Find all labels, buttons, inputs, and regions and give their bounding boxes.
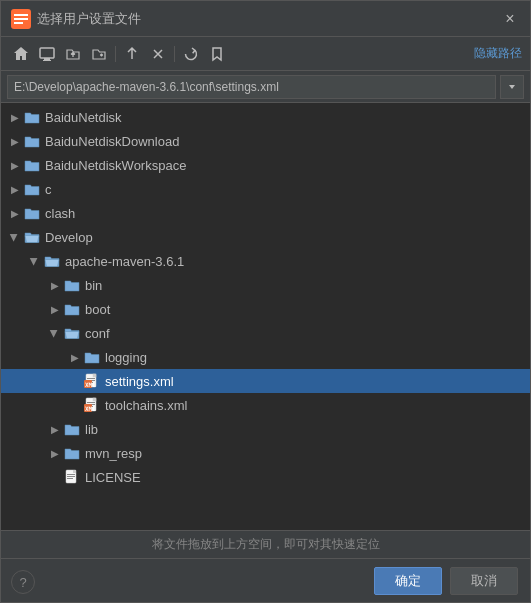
- chevron-icon: ▶: [27, 254, 43, 270]
- chevron-icon: ▶: [47, 301, 63, 317]
- dialog: 选择用户设置文件 ×: [0, 0, 531, 603]
- tree-item[interactable]: ▶ boot: [1, 297, 530, 321]
- move-up-button[interactable]: [120, 42, 144, 66]
- close-button[interactable]: ×: [500, 9, 520, 29]
- tree-item[interactable]: ▶ BaiduNetdisk: [1, 105, 530, 129]
- svg-rect-25: [67, 474, 75, 475]
- home-button[interactable]: [9, 42, 33, 66]
- item-label: Develop: [45, 230, 93, 245]
- svg-rect-3: [14, 22, 23, 24]
- tree-item[interactable]: ▶ lib: [1, 417, 530, 441]
- folder-icon: [63, 445, 81, 461]
- item-label: clash: [45, 206, 75, 221]
- item-label: logging: [105, 350, 147, 365]
- svg-rect-26: [67, 476, 75, 477]
- folder-icon: [63, 277, 81, 293]
- chevron-icon: ▶: [47, 277, 63, 293]
- item-label: toolchains.xml: [105, 398, 187, 413]
- svg-rect-2: [14, 18, 28, 20]
- svg-rect-8: [93, 374, 96, 377]
- item-label: mvn_resp: [85, 446, 142, 461]
- tree-item[interactable]: ▶ apache-maven-3.6.1: [1, 249, 530, 273]
- tree-item[interactable]: ▶ clash: [1, 201, 530, 225]
- toolbar-separator-1: [115, 46, 116, 62]
- tree-item[interactable]: ▶ bin: [1, 273, 530, 297]
- file-icon: XML: [83, 397, 101, 413]
- chevron-icon: ▶: [7, 205, 23, 221]
- tree-item[interactable]: LICENSE: [1, 465, 530, 489]
- chevron-icon: ▶: [47, 326, 63, 342]
- chevron-icon: ▶: [47, 421, 63, 437]
- svg-rect-5: [44, 58, 50, 60]
- svg-rect-18: [87, 402, 95, 403]
- delete-button[interactable]: [146, 42, 170, 66]
- cancel-button[interactable]: 取消: [450, 567, 518, 595]
- folder-icon: [63, 421, 81, 437]
- folder-icon: [23, 109, 41, 125]
- footer: 确定 取消: [1, 558, 530, 602]
- app-icon: [11, 9, 31, 29]
- tree-item[interactable]: ▶ conf: [1, 321, 530, 345]
- item-label: BaiduNetdiskWorkspace: [45, 158, 186, 173]
- svg-text:XML: XML: [85, 381, 96, 388]
- chevron-icon: ▶: [7, 181, 23, 197]
- item-label: c: [45, 182, 52, 197]
- svg-rect-10: [87, 378, 95, 379]
- item-label: settings.xml: [105, 374, 174, 389]
- refresh-button[interactable]: [179, 42, 203, 66]
- status-bar: 将文件拖放到上方空间，即可对其快速定位: [1, 530, 530, 558]
- chevron-icon: ▶: [7, 109, 23, 125]
- folder-icon: [23, 181, 41, 197]
- file-icon: [63, 469, 81, 485]
- item-label: lib: [85, 422, 98, 437]
- folder-icon: [83, 349, 101, 365]
- new-folder-button[interactable]: [87, 42, 111, 66]
- item-label: apache-maven-3.6.1: [65, 254, 184, 269]
- path-bar: [1, 71, 530, 103]
- item-label: conf: [85, 326, 110, 341]
- svg-rect-6: [43, 60, 51, 61]
- folder-icon: [63, 301, 81, 317]
- tree-item[interactable]: XML settings.xml: [1, 369, 530, 393]
- folder-icon: [43, 253, 61, 269]
- help-button[interactable]: ?: [11, 570, 35, 594]
- toolbar: 隐藏路径: [1, 37, 530, 71]
- item-label: boot: [85, 302, 110, 317]
- svg-rect-4: [40, 48, 54, 58]
- tree-item[interactable]: ▶ Develop: [1, 225, 530, 249]
- chevron-icon: ▶: [7, 157, 23, 173]
- tree-item[interactable]: ▶ BaiduNetdiskDownload: [1, 129, 530, 153]
- item-label: BaiduNetdiskDownload: [45, 134, 179, 149]
- toolbar-separator-2: [174, 46, 175, 62]
- svg-rect-27: [67, 478, 73, 479]
- file-tree: ▶ BaiduNetdisk▶ BaiduNetdiskDownload▶ Ba…: [1, 103, 530, 530]
- chevron-icon: ▶: [47, 445, 63, 461]
- path-dropdown[interactable]: [500, 75, 524, 99]
- title-bar: 选择用户设置文件 ×: [1, 1, 530, 37]
- item-label: BaiduNetdisk: [45, 110, 122, 125]
- tree-item[interactable]: XML toolchains.xml: [1, 393, 530, 417]
- folder-up-button[interactable]: [61, 42, 85, 66]
- item-label: LICENSE: [85, 470, 141, 485]
- svg-rect-1: [14, 14, 28, 16]
- svg-rect-16: [93, 398, 96, 401]
- dialog-title: 选择用户设置文件: [37, 10, 141, 28]
- tree-item[interactable]: ▶ c: [1, 177, 530, 201]
- hide-path-button[interactable]: 隐藏路径: [474, 45, 522, 62]
- desktop-button[interactable]: [35, 42, 59, 66]
- chevron-icon: ▶: [67, 349, 83, 365]
- confirm-button[interactable]: 确定: [374, 567, 442, 595]
- folder-icon: [23, 229, 41, 245]
- tree-item[interactable]: ▶ BaiduNetdiskWorkspace: [1, 153, 530, 177]
- svg-rect-24: [73, 470, 76, 473]
- file-icon: XML: [83, 373, 101, 389]
- bookmark-button[interactable]: [205, 42, 229, 66]
- folder-icon: [63, 325, 81, 341]
- chevron-icon: ▶: [7, 230, 23, 246]
- item-label: bin: [85, 278, 102, 293]
- tree-item[interactable]: ▶ mvn_resp: [1, 441, 530, 465]
- path-input[interactable]: [7, 75, 496, 99]
- svg-text:XML: XML: [85, 405, 96, 412]
- folder-icon: [23, 133, 41, 149]
- tree-item[interactable]: ▶ logging: [1, 345, 530, 369]
